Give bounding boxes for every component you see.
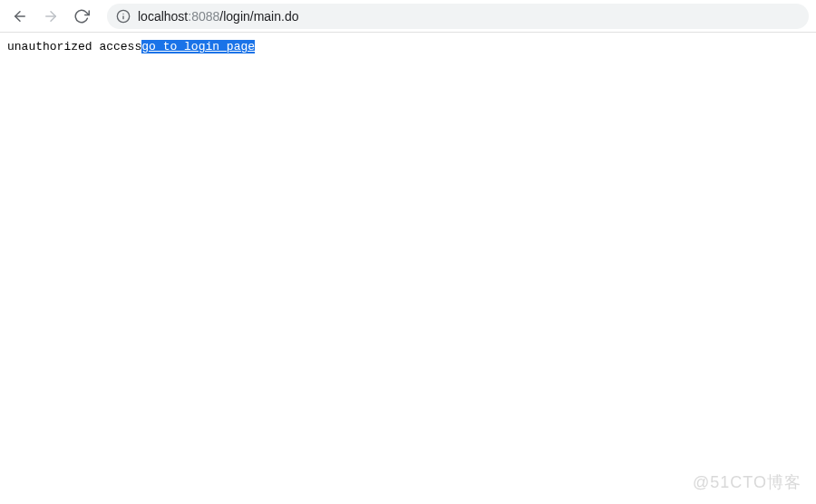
info-icon[interactable] <box>116 9 131 24</box>
reload-icon <box>73 8 90 24</box>
back-button[interactable] <box>7 4 33 29</box>
watermark: @51CTO博客 <box>693 471 801 493</box>
arrow-left-icon <box>12 8 28 24</box>
address-bar[interactable]: localhost:8088/login/main.do <box>107 4 809 29</box>
reload-button[interactable] <box>69 4 94 29</box>
page-content: unauthorized accessgo to login page <box>0 33 816 61</box>
unauthorized-message: unauthorized access <box>7 40 141 53</box>
arrow-right-icon <box>43 8 59 24</box>
url-port: :8088 <box>188 9 219 24</box>
url-host: localhost <box>138 9 188 24</box>
login-link[interactable]: go to login page <box>141 40 255 53</box>
url-text: localhost:8088/login/main.do <box>138 9 298 24</box>
forward-button[interactable] <box>38 4 63 29</box>
url-path: /login/main.do <box>219 9 298 24</box>
browser-toolbar: localhost:8088/login/main.do <box>0 0 816 33</box>
